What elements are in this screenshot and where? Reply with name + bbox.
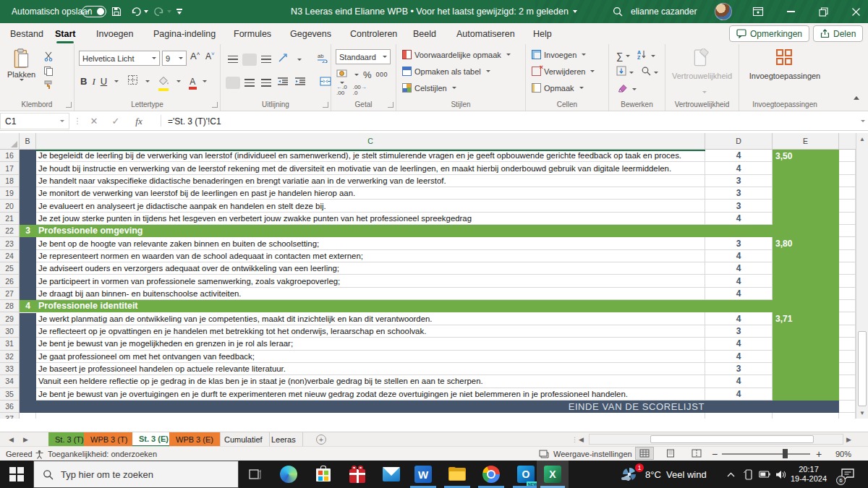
- row-header[interactable]: 32: [0, 351, 20, 363]
- cell-c[interactable]: [36, 413, 705, 419]
- row-header[interactable]: 23: [0, 237, 20, 249]
- cell-criterion[interactable]: Je baseert je professioneel handelen op …: [36, 363, 705, 375]
- cell-score[interactable]: 4: [705, 262, 773, 275]
- cell-score[interactable]: 4: [705, 250, 773, 262]
- thousands-icon[interactable]: 000: [376, 71, 388, 78]
- tab-scroll-left-icon[interactable]: ◀: [9, 432, 14, 447]
- cell-b[interactable]: [20, 200, 36, 212]
- cell-f[interactable]: [839, 388, 856, 401]
- bold-button[interactable]: B: [80, 76, 87, 87]
- cell-b[interactable]: [20, 388, 36, 401]
- cell-f[interactable]: [839, 300, 856, 312]
- row-header[interactable]: 17: [0, 162, 20, 174]
- tab-beeld[interactable]: Beeld: [413, 23, 436, 44]
- paste-button[interactable]: Plakken: [7, 48, 35, 81]
- cut-icon[interactable]: [42, 50, 54, 62]
- font-name-select[interactable]: Helvetica Licht: [79, 51, 160, 66]
- cell-score[interactable]: 4: [705, 213, 773, 225]
- cell-average[interactable]: [773, 375, 839, 388]
- row-header[interactable]: 27: [0, 288, 20, 300]
- cell-f[interactable]: [839, 200, 856, 212]
- end-of-scorelist-row[interactable]: EINDE VAN DE SCORELIJST: [20, 401, 839, 413]
- cell-f[interactable]: [839, 162, 856, 174]
- cell-score[interactable]: 3: [705, 325, 773, 338]
- tab-pagina-indeling[interactable]: Pagina-indeling: [153, 23, 216, 44]
- cell-f[interactable]: [839, 262, 856, 275]
- tab-splitter[interactable]: ⋮: [571, 432, 578, 447]
- tray-battery-icon[interactable]: [757, 461, 773, 488]
- cell-f[interactable]: [839, 250, 856, 262]
- document-title[interactable]: N3 Leeras eind Elianne WPB • Voor het la…: [0, 0, 868, 23]
- avatar[interactable]: [715, 0, 732, 23]
- cell-criterion[interactable]: Je reflecteert op je opvattingen en je h…: [36, 325, 705, 338]
- hscroll-right-icon[interactable]: ▶: [846, 432, 851, 447]
- cell-average[interactable]: 3,50: [773, 150, 839, 162]
- increase-indent-icon[interactable]: [295, 76, 306, 89]
- orientation-icon[interactable]: [278, 53, 289, 66]
- cell-criterion[interactable]: Je zet jouw sterke punten in tijdens het…: [36, 213, 705, 225]
- sheet-tab-cumulatief[interactable]: Cumulatief: [218, 432, 270, 447]
- find-icon[interactable]: [641, 66, 651, 79]
- tray-phone-icon[interactable]: [741, 461, 757, 488]
- increase-font-icon[interactable]: A˄: [190, 51, 200, 61]
- tab-gegevens[interactable]: Gegevens: [290, 23, 331, 44]
- alignment-dialog-launcher[interactable]: [323, 102, 328, 108]
- row-header[interactable]: 28: [0, 300, 20, 312]
- cell-average[interactable]: [773, 338, 839, 350]
- section-header-row[interactable]: 4Professionele identiteit: [20, 300, 839, 312]
- vertical-scroll-thumb[interactable]: [858, 331, 867, 406]
- row-header[interactable]: 31: [0, 338, 20, 350]
- decrease-font-icon[interactable]: A˅: [205, 51, 215, 61]
- tab-bestand[interactable]: Bestand: [10, 23, 43, 44]
- clipboard-dialog-launcher[interactable]: [66, 102, 72, 108]
- addins-button[interactable]: Invoegtoepassingen: [739, 72, 830, 80]
- cell-average[interactable]: [773, 200, 839, 212]
- scroll-up-icon[interactable]: ▲: [856, 133, 868, 145]
- tab-start[interactable]: Start: [55, 23, 75, 44]
- cell-f[interactable]: [839, 363, 856, 375]
- wrap-text-icon[interactable]: ab: [317, 53, 328, 66]
- cell-b[interactable]: [20, 338, 36, 350]
- cell-score[interactable]: 3: [705, 200, 773, 212]
- cell-b[interactable]: [20, 375, 36, 388]
- increase-decimal-icon[interactable]: ←.0.00: [336, 85, 347, 96]
- cell-b[interactable]: [20, 325, 36, 338]
- normal-view-button[interactable]: [635, 447, 654, 460]
- cell-average[interactable]: [773, 187, 839, 200]
- cell-score[interactable]: 4: [705, 150, 773, 162]
- cell-average[interactable]: [773, 388, 839, 401]
- cell-criterion[interactable]: Je houdt bij instructie en verwerking va…: [36, 162, 705, 174]
- cell-f[interactable]: [839, 237, 856, 249]
- sheet-tab-wpb3e[interactable]: WPB 3 (E): [169, 432, 221, 447]
- cell-score[interactable]: 3: [705, 187, 773, 200]
- row-header[interactable]: 20: [0, 200, 20, 212]
- tab-invoegen[interactable]: Invoegen: [96, 23, 133, 44]
- align-center-icon[interactable]: [244, 79, 255, 87]
- cell-criterion[interactable]: Je representeert normen en waarden van d…: [36, 250, 705, 262]
- start-button[interactable]: [0, 461, 33, 488]
- underline-button[interactable]: U: [101, 76, 107, 87]
- cell-b[interactable]: [20, 262, 36, 275]
- cell-styles-button[interactable]: Celstijlen: [402, 83, 456, 93]
- cell-score[interactable]: 4: [705, 338, 773, 350]
- zoom-slider-track[interactable]: [722, 453, 810, 455]
- row-header[interactable]: 33: [0, 363, 20, 375]
- col-header-c[interactable]: C: [36, 133, 705, 149]
- accounting-format-icon[interactable]: [336, 68, 348, 81]
- tray-expand-icon[interactable]: [723, 461, 738, 488]
- user-name[interactable]: elianne cazander: [631, 0, 697, 23]
- cell-score[interactable]: 4: [705, 162, 773, 174]
- file-explorer-icon[interactable]: [441, 461, 474, 488]
- taskbar-search[interactable]: Typ hier om te zoeken: [33, 461, 239, 488]
- align-middle-icon[interactable]: [244, 56, 255, 64]
- cell-criterion[interactable]: Je participeert in vormen van profession…: [36, 275, 705, 287]
- format-painter-icon[interactable]: [42, 79, 54, 91]
- cell-b[interactable]: [20, 237, 36, 249]
- cell-average[interactable]: 3,80: [773, 237, 839, 249]
- cell-score[interactable]: 4: [705, 312, 773, 325]
- borders-button[interactable]: [127, 74, 138, 88]
- edge-icon[interactable]: [272, 461, 305, 488]
- search-icon[interactable]: [612, 0, 624, 23]
- cell-f[interactable]: [839, 187, 856, 200]
- cell-average[interactable]: [773, 363, 839, 375]
